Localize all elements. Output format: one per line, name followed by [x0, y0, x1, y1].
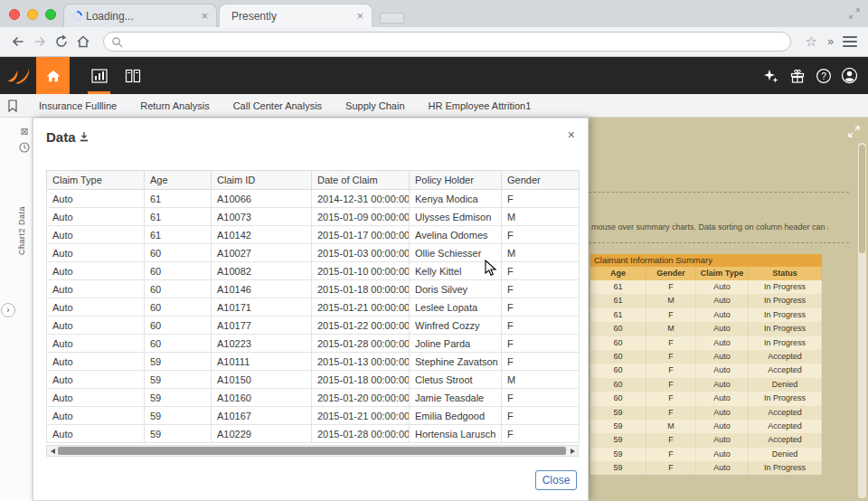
report-canvas: mouse over summary charts. Data sorting …: [589, 118, 868, 501]
column-header[interactable]: Date of Claim: [312, 171, 410, 190]
summary-row: 61FAutoIn Progress: [590, 308, 822, 322]
bookmark-star-icon[interactable]: ☆: [800, 31, 822, 52]
summary-column-header[interactable]: Gender: [646, 267, 696, 280]
summary-column-header[interactable]: Claim Type: [696, 267, 749, 280]
table-cell: Auto: [47, 208, 145, 226]
nav-tab[interactable]: Return Analysis: [128, 100, 221, 111]
table-cell: Auto: [47, 226, 145, 244]
address-bar[interactable]: [103, 32, 791, 52]
scrollbar-thumb[interactable]: [859, 145, 865, 253]
remove-data-icon[interactable]: ⊠: [18, 125, 31, 137]
table-cell: 60: [145, 298, 212, 317]
summary-column-header[interactable]: Status: [749, 267, 822, 280]
new-tab-button[interactable]: [380, 13, 404, 24]
summary-cell: 60: [590, 336, 646, 350]
table-row[interactable]: Auto61A100662014-12-31 00:00:00Kenya Mod…: [47, 190, 580, 208]
table-row[interactable]: Auto60A101462015-01-18 00:00:00Doris Sil…: [47, 280, 580, 298]
table-cell: Leslee Lopata: [410, 298, 502, 317]
table-row[interactable]: Auto60A102232015-01-28 00:00:00Joline Pa…: [47, 335, 580, 353]
right-scrollbar[interactable]: [858, 143, 866, 498]
app-whats-new-button[interactable]: [784, 57, 810, 94]
scroll-left-arrow[interactable]: [47, 446, 58, 456]
column-header[interactable]: Policy Holder: [410, 171, 502, 190]
table-row[interactable]: Auto60A101772015-01-22 00:00:00Winfred C…: [47, 317, 580, 335]
scrollbar-thumb[interactable]: [58, 447, 566, 455]
divider: [589, 192, 849, 193]
table-row[interactable]: Auto60A100272015-01-03 00:00:00Ollie Sch…: [47, 244, 580, 262]
column-header[interactable]: Claim Type: [47, 171, 145, 190]
app-nav-items: Insurance FulllineReturn AnalysisCall Ce…: [27, 100, 542, 111]
app-explore-button[interactable]: [116, 57, 149, 94]
summary-cell: 59: [590, 420, 646, 433]
app-help-button[interactable]: ?: [810, 57, 836, 94]
table-row[interactable]: Auto59A101602015-01-20 00:00:00Jamie Tea…: [47, 389, 580, 407]
table-row[interactable]: Auto61A101422015-01-17 00:00:00Avelina O…: [47, 226, 580, 244]
download-icon[interactable]: [79, 131, 90, 143]
app-profile-button[interactable]: [836, 57, 863, 94]
table-row[interactable]: Auto59A101112015-01-13 00:00:00Stephine …: [47, 353, 580, 371]
loading-spinner-icon: [71, 9, 84, 23]
home-button[interactable]: [72, 31, 94, 52]
summary-column-header[interactable]: Age: [590, 267, 646, 280]
app-home-button[interactable]: [36, 57, 70, 94]
summary-row: 59FAutoAccepted: [590, 433, 822, 447]
summary-cell: In Progress: [749, 392, 822, 405]
summary-cell: 60: [590, 392, 646, 405]
summary-cell: M: [646, 420, 696, 433]
horizontal-scrollbar[interactable]: [46, 445, 579, 457]
summary-title: Claimant Information Summary: [590, 254, 822, 267]
nav-tab[interactable]: HR Employee Attrition1: [417, 100, 543, 111]
summary-cell: 60: [590, 322, 646, 336]
summary-cell: F: [646, 433, 696, 447]
table-cell: A10146: [212, 280, 312, 298]
app-reports-button[interactable]: [82, 57, 116, 94]
table-cell: F: [502, 317, 580, 335]
table-row[interactable]: Auto61A100732015-01-09 00:00:00Ulysses E…: [47, 208, 580, 226]
summary-cell: F: [646, 350, 696, 364]
table-row[interactable]: Auto59A102292015-01-28 00:00:00Hortensia…: [47, 425, 580, 443]
summary-cell: 59: [590, 461, 646, 475]
summary-cell: Auto: [696, 336, 749, 350]
app-assistant-button[interactable]: [758, 57, 784, 94]
toolbar-overflow-icon[interactable]: »: [827, 35, 834, 48]
table-row[interactable]: Auto59A101672015-01-21 00:00:00Emilia Be…: [47, 407, 580, 425]
tab-close-icon[interactable]: ×: [356, 9, 363, 23]
menu-button[interactable]: [839, 31, 861, 52]
scroll-right-arrow[interactable]: [567, 446, 578, 456]
table-cell: 60: [145, 317, 212, 335]
table-cell: Kenya Modica: [410, 190, 502, 208]
column-header[interactable]: Claim ID: [212, 171, 312, 190]
summary-cell: F: [646, 378, 696, 392]
table-row[interactable]: Auto60A101712015-01-21 00:00:00Leslee Lo…: [47, 298, 580, 317]
close-button[interactable]: Close: [535, 470, 577, 490]
summary-cell: M: [646, 322, 696, 336]
zoom-window-button[interactable]: [45, 9, 56, 20]
divider: [589, 242, 849, 243]
address-input[interactable]: [123, 33, 790, 50]
clock-icon[interactable]: [18, 141, 31, 154]
panel-expander-button[interactable]: ›: [1, 303, 15, 317]
table-row[interactable]: Auto60A100822015-01-10 00:00:00Kelly Kit…: [47, 262, 580, 280]
bookmark-icon[interactable]: [7, 99, 18, 112]
browser-tab-loading[interactable]: Loading... ×: [63, 4, 217, 27]
minimize-window-button[interactable]: [27, 9, 38, 20]
close-window-button[interactable]: [9, 9, 20, 20]
reload-button[interactable]: [51, 31, 72, 52]
expand-icon[interactable]: [847, 125, 861, 138]
column-header[interactable]: Age: [145, 171, 212, 190]
nav-tab[interactable]: Call Center Analysis: [222, 100, 334, 111]
table-row[interactable]: Auto59A101502015-01-18 00:00:00Cletus St…: [47, 371, 580, 389]
nav-tab[interactable]: Supply Chain: [334, 100, 416, 111]
summary-cell: M: [646, 294, 696, 307]
tab-close-icon[interactable]: ×: [201, 9, 208, 23]
nav-tab[interactable]: Insurance Fullline: [27, 100, 128, 111]
forward-button[interactable]: [29, 31, 51, 52]
summary-cell: 60: [590, 350, 646, 364]
window-resize-icon[interactable]: [848, 7, 861, 20]
column-header[interactable]: Gender: [502, 171, 580, 190]
browser-tab-presently[interactable]: Presently ×: [219, 4, 373, 27]
svg-text:?: ?: [821, 71, 826, 80]
summary-header-row: AgeGenderClaim TypeStatus: [590, 267, 822, 280]
back-button[interactable]: [7, 31, 29, 52]
modal-close-icon[interactable]: ×: [568, 128, 575, 142]
